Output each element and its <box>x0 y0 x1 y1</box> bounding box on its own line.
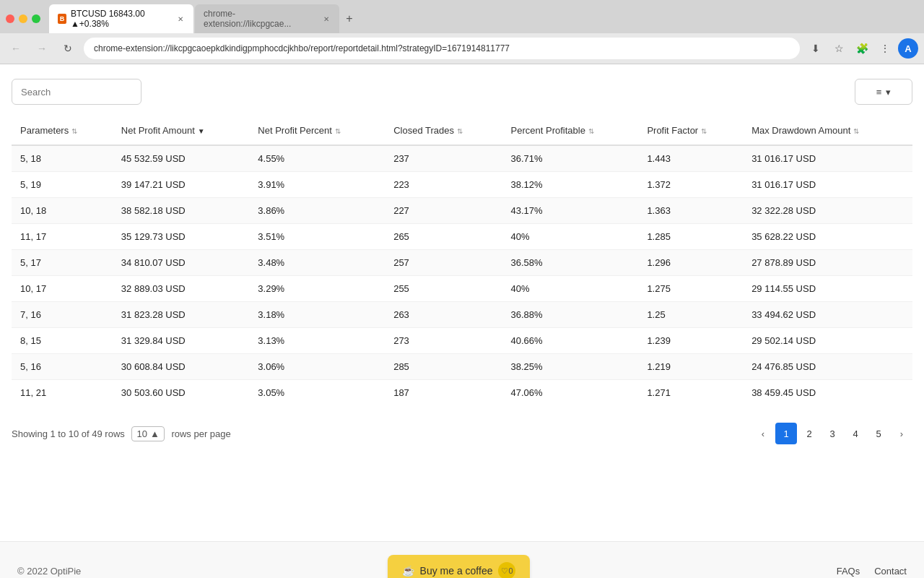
download-button[interactable]: ⬇ <box>806 38 826 59</box>
cell-max_drawdown_amount: 31 016.17 USD <box>743 145 912 172</box>
buy-coffee-label: Buy me a coffee <box>420 565 493 577</box>
new-tab-button[interactable]: + <box>341 10 358 27</box>
rows-per-page-selector[interactable]: 10 ▲ <box>131 426 164 441</box>
cell-net_profit_amount: 30 503.60 USD <box>113 380 249 406</box>
tab-bar: B BTCUSD 16843.00 ▲+0.38% ✕ chrome-exten… <box>0 0 924 33</box>
address-bar[interactable] <box>84 38 800 59</box>
cell-max_drawdown_amount: 29 114.55 USD <box>743 276 912 302</box>
cell-net_profit_amount: 38 582.18 USD <box>113 198 249 224</box>
cell-max_drawdown_amount: 24 476.85 USD <box>743 354 912 380</box>
browser-actions: ⬇ ☆ 🧩 ⋮ A <box>806 38 918 59</box>
col-header-max_drawdown_amount[interactable]: Max Drawdown Amount⇅ <box>743 116 912 145</box>
heart-icon: ♡ <box>501 566 508 576</box>
cell-closed_trades: 223 <box>385 172 502 198</box>
cell-percent_profitable: 43.17% <box>502 198 639 224</box>
col-header-closed_trades[interactable]: Closed Trades⇅ <box>385 116 502 145</box>
col-header-parameters[interactable]: Parameters⇅ <box>12 116 113 145</box>
cell-max_drawdown_amount: 35 628.22 USD <box>743 224 912 250</box>
extensions-button[interactable]: 🧩 <box>852 38 872 59</box>
cell-net_profit_percent: 4.55% <box>249 145 385 172</box>
table-row: 5, 1630 608.84 USD3.06%28538.25%1.21924 … <box>12 354 912 380</box>
cell-max_drawdown_amount: 27 878.89 USD <box>743 250 912 276</box>
page-button-2[interactable]: 2 <box>798 423 820 444</box>
page-button-1[interactable]: 1 <box>775 423 797 444</box>
cell-closed_trades: 227 <box>385 198 502 224</box>
cell-net_profit_percent: 3.48% <box>249 250 385 276</box>
cell-profit_factor: 1.363 <box>638 198 743 224</box>
refresh-button[interactable]: ↻ <box>58 38 78 59</box>
cell-closed_trades: 273 <box>385 328 502 354</box>
page-button-3[interactable]: 3 <box>821 423 843 444</box>
cell-max_drawdown_amount: 31 016.17 USD <box>743 172 912 198</box>
cell-closed_trades: 187 <box>385 380 502 406</box>
coffee-icon: ☕ <box>402 565 414 577</box>
sort-icon-net_profit_percent: ⇅ <box>335 127 341 135</box>
col-header-net_profit_amount[interactable]: Net Profit Amount▼ <box>113 116 249 145</box>
footer-copyright: © 2022 OptiPie <box>17 566 81 577</box>
contact-link[interactable]: Contact <box>874 566 907 577</box>
cell-profit_factor: 1.443 <box>638 145 743 172</box>
cell-profit_factor: 1.25 <box>638 302 743 328</box>
minimize-window-button[interactable] <box>19 14 27 23</box>
cell-percent_profitable: 38.25% <box>502 354 639 380</box>
heart-badge: ♡ 0 <box>498 562 515 578</box>
cell-percent_profitable: 40% <box>502 224 639 250</box>
cell-parameters: 11, 21 <box>12 380 113 406</box>
search-input[interactable] <box>12 79 141 105</box>
sort-icon-profit_factor: ⇅ <box>701 127 707 135</box>
prev-page-button[interactable]: ‹ <box>752 423 774 444</box>
tab-favicon-1: B <box>58 14 66 24</box>
filter-button[interactable]: ≡ ▾ <box>855 79 912 105</box>
cell-closed_trades: 285 <box>385 354 502 380</box>
tab-btcusd[interactable]: B BTCUSD 16843.00 ▲+0.38% ✕ <box>49 4 193 33</box>
table-row: 7, 1631 823.28 USD3.18%26336.88%1.2533 4… <box>12 302 912 328</box>
forward-button[interactable]: → <box>32 38 52 59</box>
cell-net_profit_amount: 34 810.07 USD <box>113 250 249 276</box>
page-button-4[interactable]: 4 <box>845 423 866 444</box>
cell-net_profit_amount: 35 129.73 USD <box>113 224 249 250</box>
cell-profit_factor: 1.296 <box>638 250 743 276</box>
table-row: 10, 1732 889.03 USD3.29%25540%1.27529 11… <box>12 276 912 302</box>
cell-percent_profitable: 40% <box>502 276 639 302</box>
cell-percent_profitable: 38.12% <box>502 172 639 198</box>
cell-net_profit_percent: 3.86% <box>249 198 385 224</box>
cell-net_profit_percent: 3.13% <box>249 328 385 354</box>
faqs-link[interactable]: FAQs <box>837 566 860 577</box>
showing-text: Showing 1 to 10 of 49 rows 10 ▲ rows per… <box>12 426 231 441</box>
close-window-button[interactable] <box>6 14 14 23</box>
cell-parameters: 11, 17 <box>12 224 113 250</box>
cell-profit_factor: 1.285 <box>638 224 743 250</box>
maximize-window-button[interactable] <box>32 14 40 23</box>
sort-icon-percent_profitable: ⇅ <box>588 127 594 135</box>
more-button[interactable]: ⋮ <box>875 38 895 59</box>
tab-extension[interactable]: chrome-extension://likcpgcae... ✕ <box>195 4 339 33</box>
heart-count: 0 <box>508 566 513 575</box>
cell-closed_trades: 255 <box>385 276 502 302</box>
profile-button[interactable]: A <box>898 38 918 59</box>
pagination-row: Showing 1 to 10 of 49 rows 10 ▲ rows per… <box>12 417 912 450</box>
address-bar-row: ← → ↻ ⬇ ☆ 🧩 ⋮ A <box>0 33 924 64</box>
cell-parameters: 5, 19 <box>12 172 113 198</box>
col-header-percent_profitable[interactable]: Percent Profitable⇅ <box>502 116 639 145</box>
bookmark-button[interactable]: ☆ <box>829 38 849 59</box>
tab-close-1[interactable]: ✕ <box>176 14 185 24</box>
cell-net_profit_percent: 3.51% <box>249 224 385 250</box>
cell-percent_profitable: 47.06% <box>502 380 639 406</box>
next-page-button[interactable]: › <box>891 423 912 444</box>
buy-coffee-button[interactable]: ☕ Buy me a coffee ♡ 0 <box>388 555 531 578</box>
data-table: Parameters⇅Net Profit Amount▼Net Profit … <box>12 116 912 405</box>
filter-dropdown-icon: ▾ <box>886 87 891 98</box>
cell-percent_profitable: 36.71% <box>502 145 639 172</box>
col-header-net_profit_percent[interactable]: Net Profit Percent⇅ <box>249 116 385 145</box>
table-row: 11, 2130 503.60 USD3.05%18747.06%1.27138… <box>12 380 912 406</box>
col-header-profit_factor[interactable]: Profit Factor⇅ <box>638 116 743 145</box>
window-controls <box>6 14 40 23</box>
table-row: 8, 1531 329.84 USD3.13%27340.66%1.23929 … <box>12 328 912 354</box>
tab-close-2[interactable]: ✕ <box>321 14 331 24</box>
sort-icon-max_drawdown_amount: ⇅ <box>853 127 859 135</box>
page-button-5[interactable]: 5 <box>868 423 889 444</box>
cell-net_profit_percent: 3.91% <box>249 172 385 198</box>
cell-parameters: 5, 17 <box>12 250 113 276</box>
back-button[interactable]: ← <box>6 38 26 59</box>
cell-net_profit_amount: 32 889.03 USD <box>113 276 249 302</box>
